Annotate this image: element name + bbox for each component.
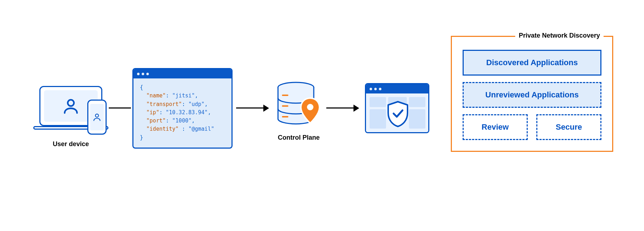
svg-point-1	[96, 114, 99, 117]
review-box: Review	[463, 114, 528, 140]
database-icon	[276, 82, 319, 132]
discovered-applications-box: Discovered Applications	[463, 50, 601, 76]
diagram-canvas: User device { "name": "jitsi", "transpor…	[0, 0, 644, 231]
window-titlebar	[366, 84, 428, 93]
window-titlebar	[133, 69, 231, 78]
private-network-discovery-panel: Private Network Discovery Discovered App…	[451, 36, 613, 152]
user-icon	[62, 97, 80, 115]
tile	[409, 109, 425, 129]
unreviewed-applications-box: Unreviewed Applications	[463, 82, 601, 108]
arrowhead-icon	[353, 105, 359, 112]
window-dot-icon	[146, 73, 149, 75]
window-dot-icon	[374, 88, 377, 90]
connector-line	[109, 107, 131, 109]
window-dot-icon	[142, 73, 144, 75]
tile	[409, 97, 425, 107]
dashboard-body	[366, 93, 428, 132]
arrowhead-icon	[263, 105, 269, 112]
window-dot-icon	[379, 88, 381, 90]
window-dot-icon	[137, 73, 140, 75]
window-dot-icon	[370, 88, 372, 90]
arrow-line	[236, 107, 263, 109]
tile	[370, 97, 386, 107]
phone-screen	[90, 104, 104, 130]
user-device-label: User device	[39, 140, 102, 148]
control-plane-label: Control Plane	[272, 134, 326, 141]
tile	[370, 109, 386, 129]
panel-title: Private Network Discovery	[515, 32, 604, 39]
json-body: { "name": "jitsi", "transport": "udp", "…	[133, 78, 231, 148]
arrow-line	[326, 107, 353, 109]
location-pin-icon	[300, 97, 321, 125]
phone-icon	[87, 100, 107, 135]
user-icon	[92, 112, 102, 122]
shield-check-icon	[386, 101, 410, 128]
access-dashboard-icon	[365, 83, 429, 133]
svg-point-6	[307, 104, 313, 110]
secure-box: Secure	[536, 114, 601, 140]
svg-point-0	[68, 100, 74, 106]
json-window: { "name": "jitsi", "transport": "udp", "…	[132, 68, 233, 149]
